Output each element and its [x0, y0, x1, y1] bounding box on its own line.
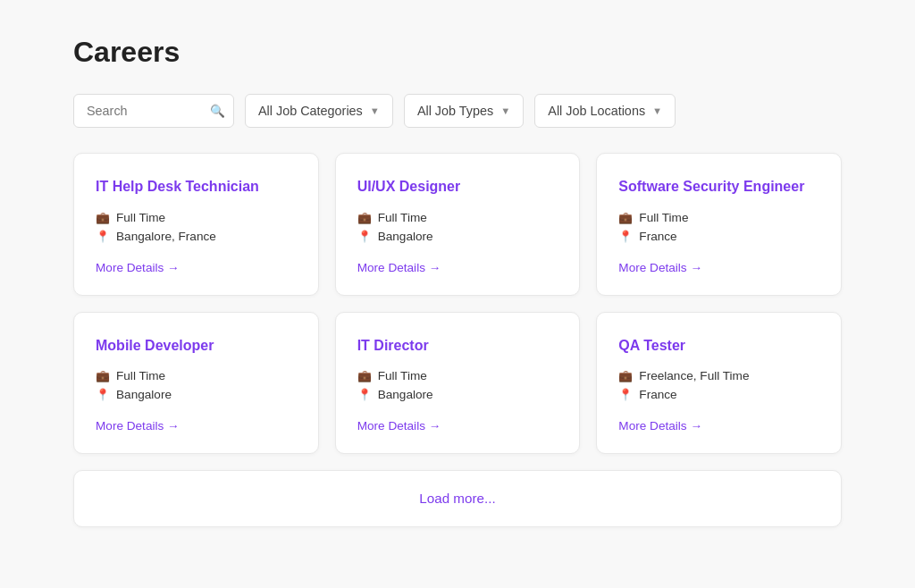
- job-card: IT Help Desk Technician 💼 Full Time 📍 Ba…: [73, 153, 319, 296]
- job-title: IT Director: [357, 336, 558, 356]
- load-more-card[interactable]: Load more...: [73, 470, 842, 527]
- categories-dropdown[interactable]: All Job Categories ▼: [245, 94, 393, 128]
- chevron-down-icon: ▼: [370, 105, 380, 116]
- locations-dropdown[interactable]: All Job Locations ▼: [534, 94, 676, 128]
- location-icon: 📍: [618, 388, 633, 401]
- job-location: 📍 France: [618, 230, 819, 243]
- job-title: IT Help Desk Technician: [96, 177, 297, 197]
- load-more-text: Load more...: [419, 491, 495, 506]
- page-title: Careers: [73, 36, 842, 69]
- job-meta: 💼 Full Time 📍 Bangalore: [96, 369, 297, 401]
- job-type: 💼 Full Time: [618, 211, 819, 224]
- location-icon: 📍: [96, 388, 110, 401]
- location-icon: 📍: [357, 230, 372, 243]
- job-type: 💼 Full Time: [96, 369, 297, 382]
- filters-bar: 🔍 All Job Categories ▼ All Job Types ▼ A…: [73, 94, 842, 128]
- types-dropdown[interactable]: All Job Types ▼: [404, 94, 524, 128]
- job-title: QA Tester: [618, 336, 819, 356]
- briefcase-icon: 💼: [96, 211, 110, 224]
- more-details-link[interactable]: More Details →: [96, 261, 180, 274]
- more-details-link[interactable]: More Details →: [357, 419, 441, 433]
- job-type: 💼 Freelance, Full Time: [618, 369, 819, 382]
- job-title: Mobile Developer: [96, 336, 297, 356]
- more-details-link[interactable]: More Details →: [618, 419, 702, 433]
- briefcase-icon: 💼: [618, 211, 633, 224]
- job-meta: 💼 Full Time 📍 France: [618, 211, 819, 243]
- job-card: Mobile Developer 💼 Full Time 📍 Bangalore…: [73, 312, 319, 455]
- more-details-link[interactable]: More Details →: [618, 261, 702, 274]
- briefcase-icon: 💼: [357, 369, 372, 382]
- job-location: 📍 Bangalore: [96, 388, 297, 401]
- job-meta: 💼 Full Time 📍 Bangalore, France: [96, 211, 297, 243]
- job-location: 📍 Bangalore: [357, 230, 558, 243]
- jobs-grid: IT Help Desk Technician 💼 Full Time 📍 Ba…: [73, 153, 842, 454]
- job-meta: 💼 Freelance, Full Time 📍 France: [618, 369, 819, 401]
- briefcase-icon: 💼: [96, 369, 110, 382]
- job-location: 📍 France: [618, 388, 819, 401]
- job-title: Software Security Engineer: [618, 177, 819, 197]
- job-card: IT Director 💼 Full Time 📍 Bangalore More…: [335, 312, 581, 455]
- job-type: 💼 Full Time: [357, 211, 558, 224]
- job-type: 💼 Full Time: [96, 211, 297, 224]
- briefcase-icon: 💼: [618, 369, 633, 382]
- job-card: QA Tester 💼 Freelance, Full Time 📍 Franc…: [596, 312, 842, 455]
- job-title: UI/UX Designer: [357, 177, 558, 197]
- more-details-link[interactable]: More Details →: [357, 261, 441, 274]
- job-location: 📍 Bangalore, France: [96, 230, 297, 243]
- more-details-link[interactable]: More Details →: [96, 419, 180, 433]
- chevron-down-icon: ▼: [652, 105, 662, 116]
- job-card: UI/UX Designer 💼 Full Time 📍 Bangalore M…: [335, 153, 581, 296]
- location-icon: 📍: [96, 230, 110, 243]
- job-type: 💼 Full Time: [357, 369, 558, 382]
- page-container: Careers 🔍 All Job Categories ▼ All Job T…: [73, 36, 842, 552]
- search-wrapper: 🔍: [73, 94, 234, 128]
- location-icon: 📍: [618, 230, 633, 243]
- chevron-down-icon: ▼: [500, 105, 510, 116]
- job-location: 📍 Bangalore: [357, 388, 558, 401]
- job-card: Software Security Engineer 💼 Full Time 📍…: [596, 153, 842, 296]
- search-input[interactable]: [73, 94, 234, 128]
- briefcase-icon: 💼: [357, 211, 372, 224]
- job-meta: 💼 Full Time 📍 Bangalore: [357, 211, 558, 243]
- job-meta: 💼 Full Time 📍 Bangalore: [357, 369, 558, 401]
- location-icon: 📍: [357, 388, 372, 401]
